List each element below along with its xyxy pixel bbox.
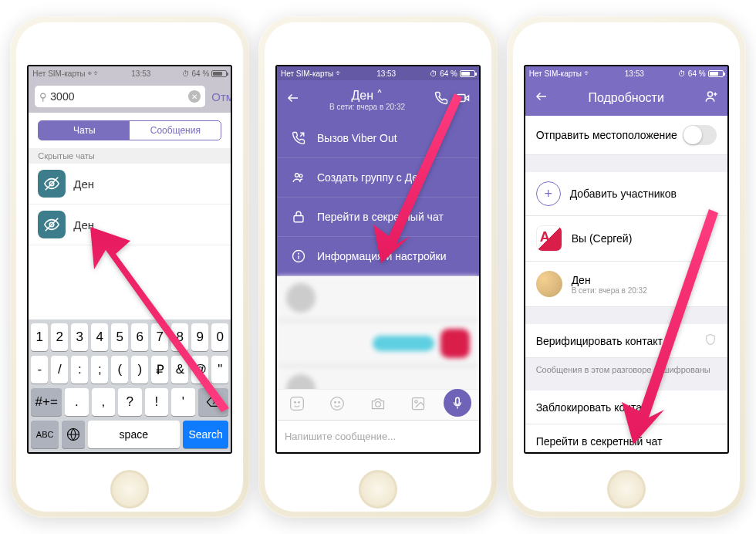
row-block-contact[interactable]: Заблокировать контакт <box>525 390 727 424</box>
svg-point-20 <box>331 397 344 410</box>
row-goto-secret-chat[interactable]: Перейти в секретный чат <box>525 424 727 454</box>
compose-input[interactable]: Напишите сообщение... <box>285 431 471 442</box>
menu-secret-chat[interactable]: Перейти в секретный чат <box>277 198 479 237</box>
key[interactable]: 5 <box>111 323 128 351</box>
chat-item[interactable]: Ден <box>29 204 231 245</box>
hidden-chats-section-label: Скрытые чаты <box>29 148 231 164</box>
encryption-note: Сообщения в этом разговоре зашифрованы <box>525 358 727 381</box>
voice-call-button[interactable] <box>434 91 448 108</box>
key[interactable]: ( <box>111 356 128 384</box>
hidden-chat-avatar <box>38 211 66 238</box>
battery-label: 64 % <box>192 69 210 78</box>
menu-info-settings[interactable]: Информация и настройки <box>277 237 479 276</box>
key[interactable]: / <box>51 356 68 384</box>
gallery-button[interactable] <box>410 396 426 414</box>
sticker-button[interactable] <box>289 396 305 414</box>
svg-rect-26 <box>456 397 460 404</box>
key-backspace[interactable] <box>198 388 229 416</box>
camera-icon <box>370 396 386 411</box>
back-button[interactable] <box>535 90 548 106</box>
key[interactable]: : <box>71 356 88 384</box>
key-space[interactable]: space <box>88 421 180 448</box>
chat-name: Ден <box>73 218 94 232</box>
add-person-button[interactable] <box>704 90 718 106</box>
backspace-icon <box>206 397 221 407</box>
key[interactable]: 4 <box>91 323 108 351</box>
row-member[interactable]: Ден В сети: вчера в 20:32 <box>525 262 727 307</box>
key[interactable]: @ <box>191 356 208 384</box>
alarm-icon: ⏱ <box>430 69 437 78</box>
tab-messages[interactable]: Сообщения <box>130 121 221 140</box>
back-button[interactable] <box>286 91 300 108</box>
battery-icon <box>211 70 227 77</box>
home-button[interactable] <box>359 470 397 509</box>
add-icon: + <box>536 181 561 206</box>
clear-search-button[interactable]: ✕ <box>188 90 201 103</box>
wifi-icon: ᯤ <box>584 69 591 77</box>
key[interactable]: & <box>171 356 188 384</box>
key[interactable]: ' <box>171 388 195 416</box>
row-send-location[interactable]: Отправить местоположение <box>525 116 727 155</box>
video-icon <box>456 91 470 105</box>
search-input[interactable] <box>50 90 185 103</box>
row-add-participants[interactable]: + Добавить участников <box>525 172 727 216</box>
key[interactable]: 1 <box>31 323 48 351</box>
key-search[interactable]: Search <box>183 421 229 448</box>
alarm-icon: ⏱ <box>678 69 686 78</box>
key[interactable]: 2 <box>51 323 68 351</box>
home-button[interactable] <box>110 470 149 509</box>
key[interactable]: 9 <box>191 323 208 351</box>
home-button[interactable] <box>607 470 646 509</box>
video-call-button[interactable] <box>456 91 470 108</box>
shield-icon <box>704 333 717 348</box>
key-abc[interactable]: ABC <box>31 421 59 448</box>
tab-chats[interactable]: Чаты <box>39 121 130 140</box>
key[interactable]: , <box>92 388 116 416</box>
chat-title[interactable]: Ден ˄ <box>300 88 434 103</box>
phone-frame-2: Нет SIM-картыᯤ 13:53 ⏱64 % Ден ˄ В сети:… <box>258 16 498 518</box>
key[interactable]: . <box>65 388 89 416</box>
key[interactable]: ) <box>131 356 148 384</box>
svg-point-25 <box>415 400 417 402</box>
key-globe[interactable] <box>62 421 85 448</box>
key[interactable]: " <box>211 356 228 384</box>
key[interactable]: 8 <box>171 323 188 351</box>
key[interactable]: ? <box>118 388 142 416</box>
key[interactable]: 7 <box>151 323 168 351</box>
key-symbols[interactable]: #+= <box>31 388 62 416</box>
dropdown-menu: Вызов Viber Out Создать группу с Ден Пер… <box>277 119 479 276</box>
status-bar: Нет SIM-карты◉ ᯤ 13:53 ⏱64 % <box>29 66 231 80</box>
camera-button[interactable] <box>370 396 386 414</box>
key[interactable]: ₽ <box>151 356 168 384</box>
key[interactable]: 3 <box>71 323 88 351</box>
image-icon <box>410 396 426 411</box>
key[interactable]: ; <box>91 356 108 384</box>
clock: 13:53 <box>131 69 150 78</box>
phone-out-icon <box>291 130 306 146</box>
search-icon: ⚲ <box>39 91 47 103</box>
key[interactable]: 6 <box>131 323 148 351</box>
chat-item[interactable]: Ден <box>29 164 231 204</box>
carrier-label: Нет SIM-карты <box>529 69 582 78</box>
emoji-icon <box>289 396 305 411</box>
arrow-left-icon <box>286 91 300 105</box>
location-toggle[interactable] <box>683 125 717 145</box>
svg-rect-8 <box>457 95 465 102</box>
key[interactable]: - <box>31 356 48 384</box>
gif-button[interactable] <box>329 396 345 414</box>
row-verify-contact[interactable]: Верифицировать контакт <box>525 324 727 358</box>
row-member-you[interactable]: Вы (Сергей) <box>525 216 727 262</box>
screen-3: Нет SIM-картыᯤ 13:53 ⏱64 % Подробности О… <box>524 65 729 454</box>
menu-create-group[interactable]: Создать группу с Ден <box>277 158 479 198</box>
wifi-icon: ◉ ᯤ <box>88 69 101 77</box>
cancel-button[interactable]: Отменить <box>211 90 232 103</box>
menu-viber-out[interactable]: Вызов Viber Out <box>277 119 479 158</box>
svg-point-12 <box>299 174 302 177</box>
search-header: ⚲ ✕ Отменить <box>29 80 231 113</box>
key[interactable]: ! <box>145 388 169 416</box>
search-box[interactable]: ⚲ ✕ <box>35 86 205 107</box>
globe-icon <box>66 428 80 441</box>
voice-message-button[interactable] <box>444 389 471 417</box>
key[interactable]: 0 <box>211 323 228 351</box>
svg-point-21 <box>335 401 336 403</box>
